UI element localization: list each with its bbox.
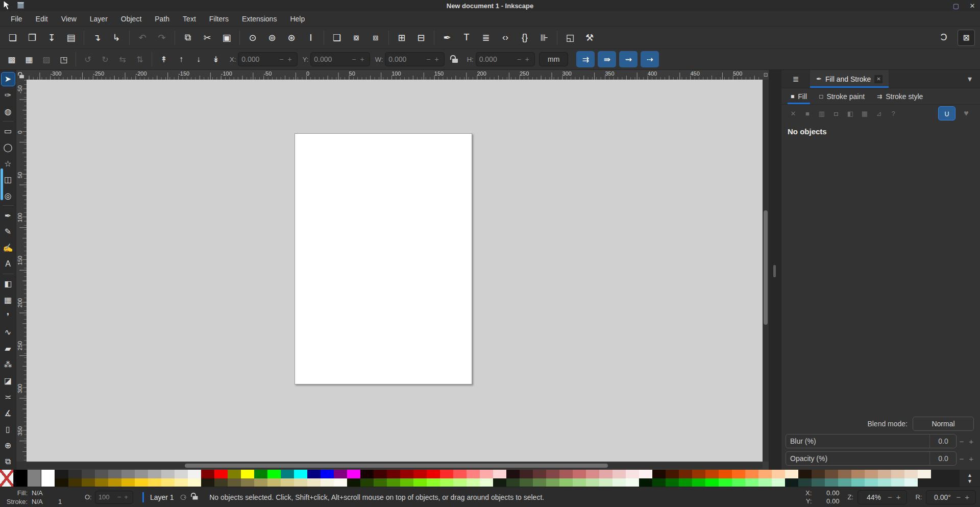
palette-swatch[interactable] xyxy=(904,478,918,487)
palette-swatch[interactable] xyxy=(692,470,705,478)
palette-swatch[interactable] xyxy=(705,478,719,487)
palette-swatch[interactable] xyxy=(68,470,82,478)
palette-swatch[interactable] xyxy=(586,470,599,478)
palette-swatch[interactable] xyxy=(904,470,918,478)
palette-swatch[interactable] xyxy=(82,478,95,487)
palette-swatch[interactable] xyxy=(639,470,652,478)
menu-object[interactable]: Object xyxy=(114,13,148,25)
zoom-tool[interactable]: ⊕ xyxy=(1,439,15,453)
pages-tool[interactable]: ⧉ xyxy=(1,454,15,469)
palette-swatch[interactable] xyxy=(586,478,599,487)
opacity-field-plus[interactable]: + xyxy=(122,493,130,501)
palette-swatch[interactable] xyxy=(758,478,772,487)
palette-swatch[interactable] xyxy=(918,470,931,478)
canvas-viewport[interactable] xyxy=(27,80,763,462)
palette-swatch[interactable] xyxy=(573,470,586,478)
document-page[interactable] xyxy=(295,133,472,384)
palette-swatch[interactable] xyxy=(626,470,639,478)
palette-swatch[interactable] xyxy=(241,470,254,478)
palette-swatch[interactable] xyxy=(785,478,798,487)
zoom-drawing-icon[interactable]: ⊚ xyxy=(262,29,282,46)
open-document-icon[interactable]: ❒ xyxy=(22,29,42,46)
vertical-ruler[interactable]: -50050100150200250300350 xyxy=(16,80,27,462)
maximize-button[interactable]: ▢ xyxy=(951,1,961,10)
blur-slider[interactable]: Blur (%) 0.0 xyxy=(786,434,957,448)
menu-file[interactable]: File xyxy=(4,13,29,25)
rotation-field[interactable]: 0.00° − + xyxy=(926,490,976,504)
palette-scroll-up-icon[interactable]: ▲ xyxy=(967,472,972,478)
palette-swatch[interactable] xyxy=(652,470,666,478)
palette-swatch[interactable] xyxy=(201,470,214,478)
palette-swatch[interactable] xyxy=(745,470,758,478)
object-properties-icon[interactable]: {} xyxy=(515,29,534,46)
w-field[interactable]: 0.000 − + xyxy=(385,52,444,66)
palette-swatch[interactable] xyxy=(467,478,480,487)
docked-dialog-tab-icon[interactable]: ≣ xyxy=(781,70,810,88)
rotation-plus-button[interactable]: + xyxy=(963,493,971,501)
palette-swatch[interactable] xyxy=(559,478,573,487)
palette-swatch[interactable] xyxy=(705,470,719,478)
palette-swatch[interactable] xyxy=(400,470,413,478)
spray-tool[interactable]: ⁂ xyxy=(1,357,15,372)
palette-swatch[interactable] xyxy=(533,470,546,478)
monitor-icon[interactable]: ⊡ xyxy=(763,70,769,80)
tweak-tool[interactable]: ∿ xyxy=(1,325,15,340)
flat-color-icon[interactable]: ■ xyxy=(801,107,814,119)
dropper-tool[interactable]: ❜ xyxy=(1,309,15,323)
preferences-icon[interactable]: ⚒ xyxy=(580,29,599,46)
palette-swatch[interactable] xyxy=(785,470,798,478)
menu-layer[interactable]: Layer xyxy=(83,13,114,25)
ruler-corner[interactable] xyxy=(16,70,27,80)
palette-swatch[interactable] xyxy=(666,470,679,478)
menu-extensions[interactable]: Extensions xyxy=(235,13,283,25)
palette-swatch[interactable] xyxy=(307,478,321,487)
palette-swatch[interactable] xyxy=(241,478,254,487)
palette-swatch[interactable] xyxy=(387,478,400,487)
ellipse-tool[interactable]: ◯ xyxy=(1,140,15,155)
blend-mode-dropdown[interactable]: Normal xyxy=(913,417,974,431)
y-minus-button[interactable]: − xyxy=(350,55,358,63)
palette-swatch[interactable] xyxy=(41,470,55,487)
opacity-field-minus[interactable]: − xyxy=(116,493,123,501)
horizontal-scrollbar-thumb[interactable] xyxy=(185,464,608,468)
palette-swatch[interactable] xyxy=(55,478,68,487)
no-paint-icon[interactable]: ✕ xyxy=(787,107,800,119)
x-minus-button[interactable]: − xyxy=(277,55,285,63)
palette-swatch[interactable] xyxy=(55,470,68,478)
palette-swatch[interactable] xyxy=(732,470,745,478)
palette-swatch[interactable] xyxy=(121,470,135,478)
fill-stroke-tab[interactable]: ✒ Fill and Stroke ✕ xyxy=(810,70,889,88)
zoom-page-icon[interactable]: ⊛ xyxy=(282,29,301,46)
pen-tool[interactable]: ✒ xyxy=(1,208,15,223)
close-button[interactable]: ✕ xyxy=(968,1,977,10)
document-properties-icon[interactable]: ◱ xyxy=(560,29,580,46)
palette-swatch[interactable] xyxy=(798,478,812,487)
palette-swatch[interactable] xyxy=(374,470,387,478)
layer-visibility-eye-icon[interactable]: ⚆ xyxy=(180,493,187,501)
palette-swatch[interactable] xyxy=(228,478,241,487)
tab-fill[interactable]: ■Fill xyxy=(786,88,812,104)
rectangle-tool[interactable]: ▭ xyxy=(1,124,15,138)
vertical-scrollbar-thumb[interactable] xyxy=(764,210,768,325)
create-clone-icon[interactable]: ⧇ xyxy=(347,29,366,46)
palette-swatch[interactable] xyxy=(559,470,573,478)
raise-icon[interactable]: ↑ xyxy=(173,52,190,67)
palette-swatch[interactable] xyxy=(294,478,307,487)
palette-swatch[interactable] xyxy=(347,470,360,478)
palette-swatch[interactable] xyxy=(480,470,493,478)
menu-path[interactable]: Path xyxy=(148,13,176,25)
lower-icon[interactable]: ↓ xyxy=(190,52,207,67)
palette-swatch[interactable] xyxy=(254,470,267,478)
align-distribute-icon[interactable]: ⊪ xyxy=(534,29,554,46)
mesh-paint-icon[interactable]: ⊿ xyxy=(872,107,886,119)
palette-swatch[interactable] xyxy=(82,470,95,478)
palette-swatch[interactable] xyxy=(148,478,161,487)
blur-minus-button[interactable]: − xyxy=(957,437,966,446)
group-icon[interactable]: ⊞ xyxy=(392,29,411,46)
palette-swatch[interactable] xyxy=(453,478,467,487)
palette-swatch[interactable] xyxy=(188,470,201,478)
y-plus-button[interactable]: + xyxy=(358,55,366,63)
eraser-tool[interactable]: ◪ xyxy=(1,374,15,388)
palette-swatch[interactable] xyxy=(798,470,812,478)
palette-swatch[interactable] xyxy=(14,470,28,487)
